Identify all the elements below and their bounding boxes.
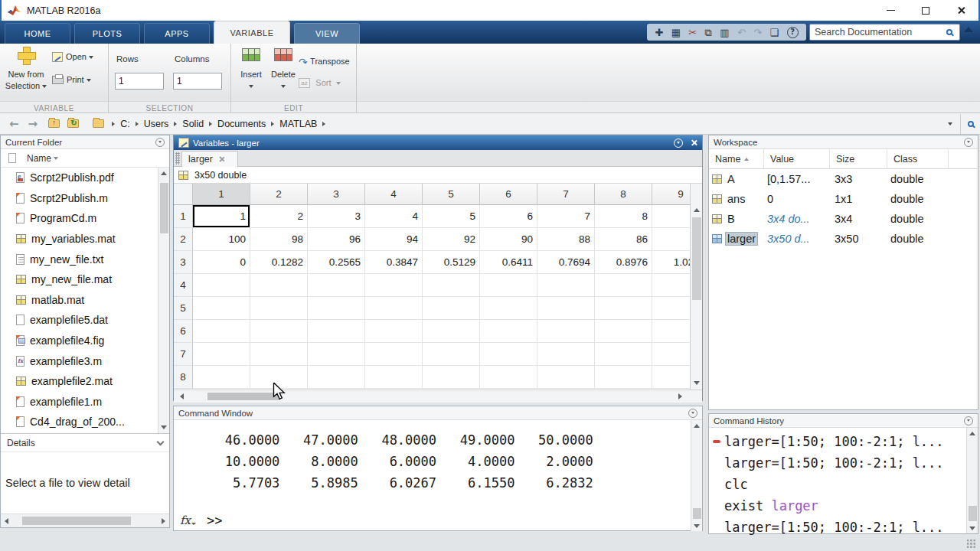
scroll-up-icon[interactable]: [969, 432, 975, 435]
file-list-scrollbar[interactable]: [158, 168, 169, 433]
browse-folder-icon[interactable]: [67, 119, 79, 128]
column-header[interactable]: 3: [308, 184, 365, 205]
panel-menu-icon[interactable]: [155, 138, 165, 147]
table-row[interactable]: B 3x4 do... 3x4 double: [709, 209, 978, 229]
list-item[interactable]: examplefile4.fig: [1, 331, 158, 351]
transpose-button[interactable]: ↷ Transpose: [299, 56, 350, 68]
details-horizontal-scrollbar[interactable]: [1, 514, 169, 527]
grid-cell[interactable]: 5: [423, 205, 480, 228]
history-item[interactable]: larger=[1:50; 100:-2:1; l...: [709, 431, 978, 452]
column-header[interactable]: 7: [537, 184, 595, 205]
scroll-left-icon[interactable]: [180, 393, 184, 399]
grid-cell[interactable]: 0.2565: [308, 251, 365, 274]
column-header[interactable]: 4: [365, 184, 423, 205]
scroll-left-icon[interactable]: [5, 518, 8, 524]
panel-menu-icon[interactable]: [964, 416, 973, 425]
search-icon[interactable]: [946, 29, 952, 35]
row-header[interactable]: 3: [174, 251, 193, 274]
row-header[interactable]: 5: [174, 297, 193, 320]
command-window-body[interactable]: 46.0000 47.0000 48.0000 49.0000 50.0000 …: [174, 420, 702, 531]
grid-cell[interactable]: [480, 343, 537, 366]
grid-cell[interactable]: 0.6411: [480, 251, 537, 274]
grid-cell[interactable]: [423, 297, 480, 320]
grid-cell[interactable]: [423, 343, 480, 366]
columns-input[interactable]: [173, 73, 222, 90]
grid-cell[interactable]: [365, 366, 423, 389]
row-header[interactable]: 8: [174, 366, 193, 389]
grid-cell[interactable]: [308, 343, 365, 366]
list-item[interactable]: examplefile1.m: [1, 392, 158, 412]
details-header[interactable]: Details: [1, 433, 169, 452]
rows-input[interactable]: [115, 73, 164, 90]
copy-icon[interactable]: ⧉: [705, 28, 712, 37]
grid-cell[interactable]: [193, 320, 250, 343]
column-header-value[interactable]: Value: [764, 149, 830, 168]
grid-horizontal-scrollbar[interactable]: [174, 390, 702, 403]
row-header[interactable]: 6: [174, 320, 193, 343]
list-item[interactable]: matlab.mat: [1, 290, 158, 311]
command-prompt[interactable]: fx >>: [174, 513, 223, 528]
list-item[interactable]: my_new_file.txt: [1, 249, 158, 269]
column-header-name[interactable]: Name: [709, 149, 764, 168]
list-item[interactable]: my_variables.mat: [1, 229, 158, 249]
scroll-up-icon[interactable]: [694, 424, 700, 428]
column-header[interactable]: 5: [423, 184, 480, 205]
open-button[interactable]: Open: [52, 51, 93, 62]
grid-cell[interactable]: 100: [193, 228, 250, 251]
grid-cell[interactable]: 1: [193, 205, 250, 228]
grid-cell[interactable]: 88: [537, 228, 595, 251]
panel-menu-icon[interactable]: [964, 138, 973, 147]
grid-cell[interactable]: [480, 297, 537, 320]
grid-cell[interactable]: [365, 320, 423, 343]
ribbon-tab[interactable]: VIEW: [294, 23, 360, 44]
breadcrumb-item[interactable]: C:: [116, 119, 134, 129]
scroll-up-icon[interactable]: [694, 208, 700, 212]
new-script-icon[interactable]: ✚: [655, 28, 663, 37]
breadcrumb-item[interactable]: MATLAB: [276, 119, 321, 129]
history-item[interactable]: larger=[1:50; 100:-2:1; l...: [709, 452, 978, 474]
maximize-button[interactable]: [908, 0, 943, 21]
column-header-class[interactable]: Class: [887, 149, 949, 168]
close-panel-icon[interactable]: [691, 139, 697, 146]
grid-vertical-scrollbar[interactable]: [690, 184, 702, 390]
grid-cell[interactable]: 0.1282: [250, 251, 308, 274]
scrollbar-thumb[interactable]: [207, 393, 280, 400]
list-item[interactable]: Scrpt2Publish.pdf: [1, 168, 158, 188]
grid-cell[interactable]: 96: [308, 228, 365, 251]
panel-menu-icon[interactable]: [688, 409, 697, 418]
list-item[interactable]: Cd4_drag_of_200...: [1, 412, 158, 432]
history-item[interactable]: exist larger: [709, 495, 978, 517]
grid-cell[interactable]: 90: [480, 228, 537, 251]
grid-cell[interactable]: [250, 343, 308, 366]
grid-cell[interactable]: [480, 320, 537, 343]
grid-cell[interactable]: 98: [250, 228, 308, 251]
grid-cell[interactable]: 92: [423, 228, 480, 251]
grid-cell[interactable]: 3: [308, 205, 365, 228]
grid-cell[interactable]: [537, 366, 595, 389]
scrollbar-thumb[interactable]: [692, 217, 701, 300]
grid-cell[interactable]: [595, 343, 652, 366]
scroll-right-icon[interactable]: [678, 393, 682, 399]
grid-cell[interactable]: [193, 297, 250, 320]
breadcrumb-item[interactable]: Solid: [178, 119, 207, 129]
list-item[interactable]: my_new_file.mat: [1, 269, 158, 290]
name-column-header[interactable]: Name: [1, 149, 169, 168]
cut-icon[interactable]: ✂: [688, 28, 697, 37]
history-item[interactable]: larger=[1:50; 100:-2:1; l...: [709, 517, 978, 538]
row-header[interactable]: 7: [174, 343, 193, 366]
search-folder-button[interactable]: [960, 114, 980, 134]
scroll-up-icon[interactable]: [161, 171, 167, 175]
grid-cell[interactable]: 2: [250, 205, 308, 228]
command-window-scrollbar[interactable]: [691, 420, 702, 531]
grid-cell[interactable]: 4: [365, 205, 423, 228]
grid-cell[interactable]: [480, 366, 537, 389]
grid-cell[interactable]: [423, 320, 480, 343]
minimize-button[interactable]: [873, 0, 908, 21]
ribbon-tab[interactable]: APPS: [144, 23, 210, 44]
close-tab-icon[interactable]: [219, 156, 225, 162]
scrollbar-thumb[interactable]: [160, 183, 168, 233]
drag-grip-icon[interactable]: [175, 152, 180, 165]
table-row[interactable]: larger 3x50 d... 3x50 double: [709, 229, 978, 249]
row-header[interactable]: 2: [174, 228, 193, 251]
window-resize-grip[interactable]: [966, 539, 976, 549]
